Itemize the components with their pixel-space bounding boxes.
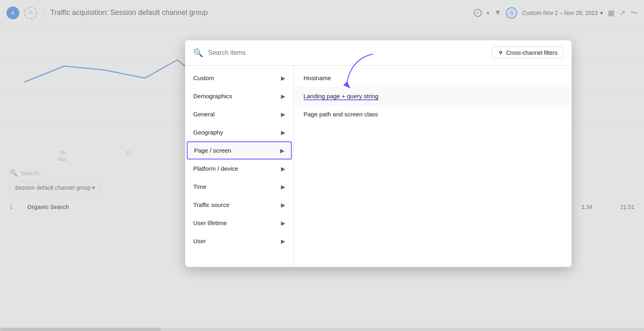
menu-item-user[interactable]: User ▶ bbox=[185, 232, 293, 250]
menu-right: Hostname Landing page + query string Pag… bbox=[294, 66, 572, 267]
cross-channel-filter-icon: ⛛ bbox=[498, 50, 504, 56]
menu-arrow-custom: ▶ bbox=[281, 75, 285, 81]
modal-search-input[interactable] bbox=[208, 49, 487, 56]
menu-arrow-time: ▶ bbox=[281, 184, 285, 190]
modal-search-bar: 🔍 ⛛ Cross-channel filters bbox=[185, 40, 572, 66]
menu-arrow-demographics: ▶ bbox=[281, 93, 285, 99]
menu-arrow-platform-device: ▶ bbox=[281, 166, 285, 172]
menu-item-time[interactable]: Time ▶ bbox=[185, 178, 293, 196]
cross-channel-button[interactable]: ⛛ Cross-channel filters bbox=[492, 47, 564, 59]
menu-left: Custom ▶ Demographics ▶ General ▶ Geogra… bbox=[185, 66, 294, 267]
menu-arrow-general: ▶ bbox=[281, 111, 285, 118]
menu-arrow-geography: ▶ bbox=[281, 129, 285, 136]
sub-item-hostname[interactable]: Hostname bbox=[294, 69, 572, 87]
sub-item-page-path[interactable]: Page path and screen class bbox=[294, 105, 572, 123]
sub-item-landing-page[interactable]: Landing page + query string bbox=[294, 87, 572, 105]
menu-arrow-user-lifetime: ▶ bbox=[281, 220, 285, 226]
menu-item-user-lifetime[interactable]: User lifetime ▶ bbox=[185, 214, 293, 232]
menu-item-platform-device[interactable]: Platform / device ▶ bbox=[185, 159, 293, 178]
menu-arrow-page-screen: ▶ bbox=[280, 147, 285, 154]
modal-dropdown: 🔍 ⛛ Cross-channel filters Custom ▶ Demog… bbox=[185, 40, 572, 267]
menu-arrow-traffic-source: ▶ bbox=[281, 202, 285, 208]
menu-item-custom[interactable]: Custom ▶ bbox=[185, 69, 293, 87]
modal-body: Custom ▶ Demographics ▶ General ▶ Geogra… bbox=[185, 66, 572, 267]
menu-item-page-screen[interactable]: Page / screen ▶ bbox=[187, 141, 292, 159]
menu-item-demographics[interactable]: Demographics ▶ bbox=[185, 87, 293, 105]
modal-search-icon: 🔍 bbox=[193, 48, 203, 58]
menu-item-general[interactable]: General ▶ bbox=[185, 105, 293, 123]
menu-item-traffic-source[interactable]: Traffic source ▶ bbox=[185, 196, 293, 214]
menu-item-geography[interactable]: Geography ▶ bbox=[185, 123, 293, 141]
menu-arrow-user: ▶ bbox=[281, 238, 285, 244]
